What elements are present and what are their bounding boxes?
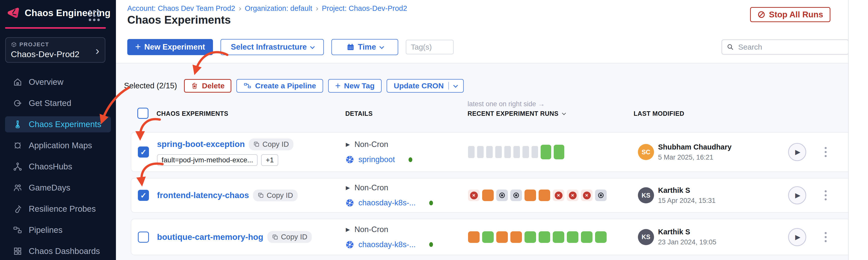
run-status-passed-tall[interactable]	[554, 145, 564, 159]
run-status-skipped[interactable]	[504, 146, 511, 158]
delete-selected-button[interactable]: Delete	[184, 79, 231, 92]
update-cron-split-button[interactable]: Update CRON	[386, 79, 464, 92]
stop-all-runs-button[interactable]: Stop All Runs	[750, 7, 831, 22]
column-header-recent-runs[interactable]: RECENT EXPERIMENT RUNS	[467, 110, 565, 117]
avatar: SC	[638, 144, 654, 160]
run-status-skipped[interactable]	[531, 146, 538, 158]
search-box	[721, 39, 849, 54]
run-status-skipped[interactable]	[477, 146, 484, 158]
run-status-passed[interactable]	[595, 231, 607, 243]
recent-runs[interactable]	[468, 219, 607, 255]
sidebar-item-application-maps[interactable]: Application Maps	[5, 138, 111, 153]
sidebar-item-overview[interactable]: Overview	[5, 74, 111, 90]
tag-chip[interactable]: fault=pod-jvm-method-exce...	[157, 154, 257, 166]
select-infrastructure-dropdown[interactable]: Select Infrastructure	[220, 39, 324, 55]
sidebar-item-label: GameDays	[29, 183, 70, 192]
new-tag-button[interactable]: + New Tag	[328, 79, 381, 92]
tag-chip[interactable]: +1	[261, 154, 278, 166]
copy-id-button[interactable]: Copy ID	[253, 189, 298, 201]
sidebar-item-gamedays[interactable]: GameDays	[5, 180, 111, 196]
crosshair-icon	[12, 141, 23, 150]
copy-id-button[interactable]: Copy ID	[268, 231, 312, 243]
app-switcher-grid-icon[interactable]	[89, 10, 100, 21]
search-input[interactable]	[738, 43, 844, 51]
run-experiment-button[interactable]: ▶	[788, 143, 806, 161]
trash-icon	[191, 82, 198, 89]
schedule-line[interactable]: ▶ Non-Cron	[346, 183, 433, 192]
run-status-passed[interactable]	[538, 231, 550, 243]
infrastructure-link[interactable]: springboot	[359, 155, 395, 164]
breadcrumb-separator: ›	[239, 4, 241, 12]
project-selector[interactable]: PROJECT Chaos-Dev-Prod2 ›	[5, 37, 105, 63]
tags-filter-input[interactable]	[406, 40, 454, 54]
row-menu-kebab-icon[interactable]	[823, 189, 828, 202]
row-checkbox[interactable]	[138, 147, 149, 157]
experiment-name-link[interactable]: frontend-latency-chaos	[157, 190, 249, 200]
row-checkbox[interactable]	[138, 231, 149, 243]
sidebar-item-chaoshubs[interactable]: ChaosHubs	[5, 158, 111, 175]
run-status-failed[interactable]: ×	[581, 189, 592, 201]
run-status-stopped[interactable]	[510, 189, 522, 201]
run-status-passed[interactable]	[525, 231, 536, 243]
breadcrumb-account-link[interactable]: Account: Chaos Dev Team Prod2	[127, 4, 235, 12]
run-status-failed[interactable]: ×	[553, 189, 564, 201]
run-status-stopped[interactable]	[496, 189, 508, 201]
row-menu-kebab-icon[interactable]	[823, 230, 828, 244]
harness-chaos-logo-icon	[6, 6, 20, 20]
run-status-skipped[interactable]	[514, 146, 520, 158]
run-experiment-button[interactable]: ▶	[788, 228, 806, 246]
breadcrumb-project-link[interactable]: Project: Chaos-Dev-Prod2	[322, 4, 407, 12]
recent-runs[interactable]	[468, 133, 564, 172]
create-pipeline-button[interactable]: Create a Pipeline	[237, 79, 323, 92]
home-icon	[12, 77, 23, 87]
run-status-running[interactable]	[538, 189, 550, 201]
run-status-skipped[interactable]	[468, 146, 474, 158]
run-status-passed-tall[interactable]	[540, 145, 551, 159]
schedule-line[interactable]: ▶ Non-Cron	[346, 140, 412, 149]
run-status-passed[interactable]	[581, 231, 592, 243]
run-status-running[interactable]	[468, 231, 479, 243]
sidebar-item-get-started[interactable]: Get Started	[5, 95, 111, 111]
infrastructure-link[interactable]: chaosday-k8s-...	[359, 198, 415, 208]
recent-runs[interactable]: ××××	[468, 179, 607, 212]
sidebar-item-chaos-dashboards[interactable]: Chaos Dashboards	[5, 243, 111, 259]
select-infrastructure-label: Select Infrastructure	[231, 42, 307, 51]
infra-status-dot	[429, 200, 433, 206]
run-status-passed[interactable]	[482, 231, 494, 243]
schedule-line[interactable]: ▶ Non-Cron	[346, 225, 433, 234]
scrollbar-gutter[interactable]	[848, 0, 868, 260]
sidebar-item-pipelines[interactable]: Pipelines	[5, 222, 111, 238]
new-experiment-button[interactable]: + New Experiment	[127, 39, 213, 55]
run-status-skipped[interactable]	[523, 146, 529, 158]
run-status-failed[interactable]: ×	[468, 189, 479, 201]
sidebar-item-chaos-experiments[interactable]: Chaos Experiments	[5, 116, 111, 133]
run-status-skipped[interactable]	[495, 146, 502, 158]
experiment-name-link[interactable]: spring-boot-exception	[157, 140, 245, 149]
run-status-skipped[interactable]	[486, 146, 493, 158]
copy-id-button[interactable]: Copy ID	[249, 139, 293, 150]
run-experiment-button[interactable]: ▶	[788, 186, 806, 205]
run-status-running[interactable]	[525, 189, 536, 201]
row-checkbox[interactable]	[138, 190, 149, 201]
stop-all-runs-label: Stop All Runs	[769, 10, 823, 20]
breadcrumb-org-link[interactable]: Organization: default	[245, 4, 312, 12]
time-filter-dropdown[interactable]: Time	[332, 39, 398, 55]
chevron-down-icon	[454, 83, 458, 87]
chevron-down-icon	[310, 44, 315, 49]
run-status-stopped[interactable]	[595, 189, 607, 201]
avatar: KS	[638, 187, 654, 203]
run-status-running[interactable]	[496, 231, 508, 243]
sidebar-item-resilience-probes[interactable]: Resilience Probes	[5, 201, 111, 217]
run-status-failed[interactable]: ×	[567, 189, 579, 201]
row-menu-kebab-icon[interactable]	[823, 146, 828, 158]
column-header-experiments: CHAOS EXPERIMENTS	[156, 110, 228, 117]
experiment-name-link[interactable]: boutique-cart-memory-hog	[157, 232, 264, 242]
run-status-passed[interactable]	[553, 231, 564, 243]
select-all-checkbox[interactable]	[137, 108, 149, 119]
run-status-running[interactable]	[482, 189, 494, 201]
run-status-passed[interactable]	[567, 231, 579, 243]
sidebar-item-label: ChaosHubs	[29, 162, 72, 172]
infrastructure-link[interactable]: chaosday-k8s-...	[359, 240, 415, 249]
run-status-running[interactable]	[510, 231, 522, 243]
tags-row: fault=pod-jvm-method-exce...+1	[157, 154, 293, 166]
